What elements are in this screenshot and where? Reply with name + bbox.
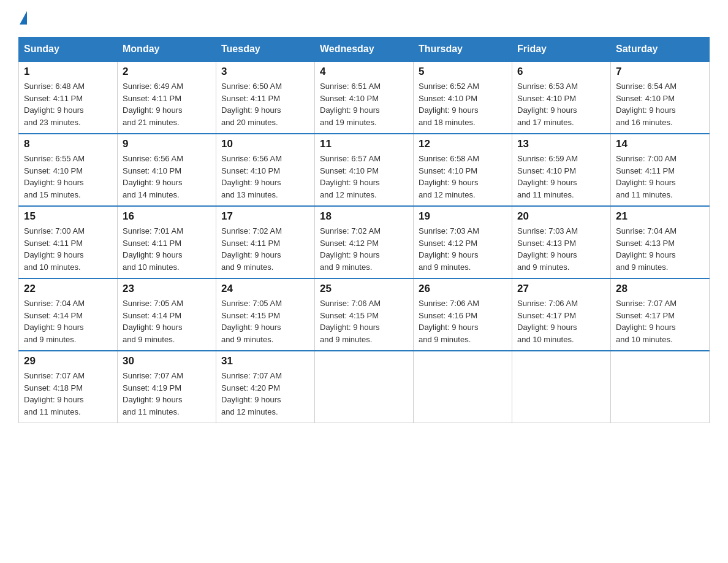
day-number: 7 xyxy=(616,66,704,78)
page-header xyxy=(18,12,710,25)
day-number: 6 xyxy=(517,66,605,78)
calendar-cell: 3 Sunrise: 6:50 AM Sunset: 4:11 PM Dayli… xyxy=(216,61,315,134)
day-info: Sunrise: 6:49 AM Sunset: 4:11 PM Dayligh… xyxy=(123,80,211,128)
day-info: Sunrise: 6:53 AM Sunset: 4:10 PM Dayligh… xyxy=(517,80,605,128)
day-number: 28 xyxy=(616,283,704,295)
day-info: Sunrise: 7:06 AM Sunset: 4:17 PM Dayligh… xyxy=(517,297,605,345)
day-info: Sunrise: 6:56 AM Sunset: 4:10 PM Dayligh… xyxy=(221,153,309,201)
day-info: Sunrise: 7:06 AM Sunset: 4:15 PM Dayligh… xyxy=(320,297,408,345)
day-number: 11 xyxy=(320,138,408,150)
week-row-3: 15 Sunrise: 7:00 AM Sunset: 4:11 PM Dayl… xyxy=(19,206,710,278)
day-info: Sunrise: 7:03 AM Sunset: 4:12 PM Dayligh… xyxy=(419,225,507,273)
day-number: 14 xyxy=(616,138,704,150)
day-info: Sunrise: 7:00 AM Sunset: 4:11 PM Dayligh… xyxy=(24,225,112,273)
col-header-sunday: Sunday xyxy=(19,37,118,62)
calendar-cell: 28 Sunrise: 7:07 AM Sunset: 4:17 PM Dayl… xyxy=(611,278,710,351)
calendar-cell: 12 Sunrise: 6:58 AM Sunset: 4:10 PM Dayl… xyxy=(414,134,512,206)
calendar-cell: 21 Sunrise: 7:04 AM Sunset: 4:13 PM Dayl… xyxy=(611,206,710,278)
calendar-cell: 22 Sunrise: 7:04 AM Sunset: 4:14 PM Dayl… xyxy=(19,278,118,351)
logo-text xyxy=(18,12,27,25)
day-number: 16 xyxy=(123,210,211,223)
day-info: Sunrise: 7:00 AM Sunset: 4:11 PM Dayligh… xyxy=(616,153,704,201)
calendar-cell: 29 Sunrise: 7:07 AM Sunset: 4:18 PM Dayl… xyxy=(19,351,118,423)
calendar-cell: 6 Sunrise: 6:53 AM Sunset: 4:10 PM Dayli… xyxy=(512,61,611,134)
calendar-cell: 23 Sunrise: 7:05 AM Sunset: 4:14 PM Dayl… xyxy=(118,278,216,351)
day-number: 8 xyxy=(24,138,112,150)
calendar-cell: 15 Sunrise: 7:00 AM Sunset: 4:11 PM Dayl… xyxy=(19,206,118,278)
calendar-cell: 8 Sunrise: 6:55 AM Sunset: 4:10 PM Dayli… xyxy=(19,134,118,206)
calendar-cell: 20 Sunrise: 7:03 AM Sunset: 4:13 PM Dayl… xyxy=(512,206,611,278)
calendar-cell: 1 Sunrise: 6:48 AM Sunset: 4:11 PM Dayli… xyxy=(19,61,118,134)
col-header-saturday: Saturday xyxy=(611,37,710,62)
calendar-cell: 5 Sunrise: 6:52 AM Sunset: 4:10 PM Dayli… xyxy=(414,61,512,134)
logo xyxy=(18,12,27,25)
calendar-cell xyxy=(512,351,611,423)
calendar-cell: 31 Sunrise: 7:07 AM Sunset: 4:20 PM Dayl… xyxy=(216,351,315,423)
day-number: 18 xyxy=(320,210,408,223)
calendar-cell: 2 Sunrise: 6:49 AM Sunset: 4:11 PM Dayli… xyxy=(118,61,216,134)
day-info: Sunrise: 7:05 AM Sunset: 4:14 PM Dayligh… xyxy=(123,297,211,345)
calendar-cell: 19 Sunrise: 7:03 AM Sunset: 4:12 PM Dayl… xyxy=(414,206,512,278)
day-info: Sunrise: 6:54 AM Sunset: 4:10 PM Dayligh… xyxy=(616,80,704,128)
col-header-monday: Monday xyxy=(118,37,216,62)
day-info: Sunrise: 7:02 AM Sunset: 4:12 PM Dayligh… xyxy=(320,225,408,273)
day-number: 12 xyxy=(419,138,507,150)
calendar-cell: 17 Sunrise: 7:02 AM Sunset: 4:11 PM Dayl… xyxy=(216,206,315,278)
day-number: 26 xyxy=(419,283,507,295)
day-info: Sunrise: 7:04 AM Sunset: 4:13 PM Dayligh… xyxy=(616,225,704,273)
logo-triangle-icon xyxy=(20,11,27,25)
day-info: Sunrise: 6:52 AM Sunset: 4:10 PM Dayligh… xyxy=(419,80,507,128)
calendar-cell: 7 Sunrise: 6:54 AM Sunset: 4:10 PM Dayli… xyxy=(611,61,710,134)
day-number: 21 xyxy=(616,210,704,223)
week-row-1: 1 Sunrise: 6:48 AM Sunset: 4:11 PM Dayli… xyxy=(19,61,710,134)
day-number: 29 xyxy=(24,355,112,367)
day-info: Sunrise: 6:48 AM Sunset: 4:11 PM Dayligh… xyxy=(24,80,112,128)
calendar-cell: 25 Sunrise: 7:06 AM Sunset: 4:15 PM Dayl… xyxy=(315,278,414,351)
day-info: Sunrise: 7:07 AM Sunset: 4:19 PM Dayligh… xyxy=(123,370,211,418)
calendar-cell xyxy=(315,351,414,423)
day-number: 30 xyxy=(123,355,211,367)
day-number: 1 xyxy=(24,66,112,78)
day-number: 13 xyxy=(517,138,605,150)
calendar-cell: 4 Sunrise: 6:51 AM Sunset: 4:10 PM Dayli… xyxy=(315,61,414,134)
calendar-cell xyxy=(611,351,710,423)
calendar-cell: 27 Sunrise: 7:06 AM Sunset: 4:17 PM Dayl… xyxy=(512,278,611,351)
day-info: Sunrise: 6:50 AM Sunset: 4:11 PM Dayligh… xyxy=(221,80,309,128)
col-header-wednesday: Wednesday xyxy=(315,37,414,62)
day-number: 3 xyxy=(221,66,309,78)
calendar-table: SundayMondayTuesdayWednesdayThursdayFrid… xyxy=(18,37,710,423)
day-number: 4 xyxy=(320,66,408,78)
col-header-friday: Friday xyxy=(512,37,611,62)
day-info: Sunrise: 6:56 AM Sunset: 4:10 PM Dayligh… xyxy=(123,153,211,201)
day-number: 27 xyxy=(517,283,605,295)
day-number: 24 xyxy=(221,283,309,295)
day-info: Sunrise: 6:51 AM Sunset: 4:10 PM Dayligh… xyxy=(320,80,408,128)
day-number: 25 xyxy=(320,283,408,295)
day-number: 20 xyxy=(517,210,605,223)
day-info: Sunrise: 7:03 AM Sunset: 4:13 PM Dayligh… xyxy=(517,225,605,273)
day-number: 10 xyxy=(221,138,309,150)
calendar-cell: 18 Sunrise: 7:02 AM Sunset: 4:12 PM Dayl… xyxy=(315,206,414,278)
day-number: 9 xyxy=(123,138,211,150)
day-info: Sunrise: 7:07 AM Sunset: 4:18 PM Dayligh… xyxy=(24,370,112,418)
calendar-cell: 13 Sunrise: 6:59 AM Sunset: 4:10 PM Dayl… xyxy=(512,134,611,206)
day-number: 5 xyxy=(419,66,507,78)
day-number: 2 xyxy=(123,66,211,78)
calendar-cell: 10 Sunrise: 6:56 AM Sunset: 4:10 PM Dayl… xyxy=(216,134,315,206)
week-row-4: 22 Sunrise: 7:04 AM Sunset: 4:14 PM Dayl… xyxy=(19,278,710,351)
week-row-2: 8 Sunrise: 6:55 AM Sunset: 4:10 PM Dayli… xyxy=(19,134,710,206)
day-info: Sunrise: 7:04 AM Sunset: 4:14 PM Dayligh… xyxy=(24,297,112,345)
calendar-header-row: SundayMondayTuesdayWednesdayThursdayFrid… xyxy=(19,37,710,62)
calendar-cell xyxy=(414,351,512,423)
day-number: 31 xyxy=(221,355,309,367)
calendar-cell: 24 Sunrise: 7:05 AM Sunset: 4:15 PM Dayl… xyxy=(216,278,315,351)
day-info: Sunrise: 7:05 AM Sunset: 4:15 PM Dayligh… xyxy=(221,297,309,345)
day-number: 23 xyxy=(123,283,211,295)
day-info: Sunrise: 7:02 AM Sunset: 4:11 PM Dayligh… xyxy=(221,225,309,273)
calendar-cell: 26 Sunrise: 7:06 AM Sunset: 4:16 PM Dayl… xyxy=(414,278,512,351)
day-info: Sunrise: 7:01 AM Sunset: 4:11 PM Dayligh… xyxy=(123,225,211,273)
day-info: Sunrise: 7:07 AM Sunset: 4:17 PM Dayligh… xyxy=(616,297,704,345)
calendar-cell: 9 Sunrise: 6:56 AM Sunset: 4:10 PM Dayli… xyxy=(118,134,216,206)
day-info: Sunrise: 6:58 AM Sunset: 4:10 PM Dayligh… xyxy=(419,153,507,201)
calendar-cell: 14 Sunrise: 7:00 AM Sunset: 4:11 PM Dayl… xyxy=(611,134,710,206)
